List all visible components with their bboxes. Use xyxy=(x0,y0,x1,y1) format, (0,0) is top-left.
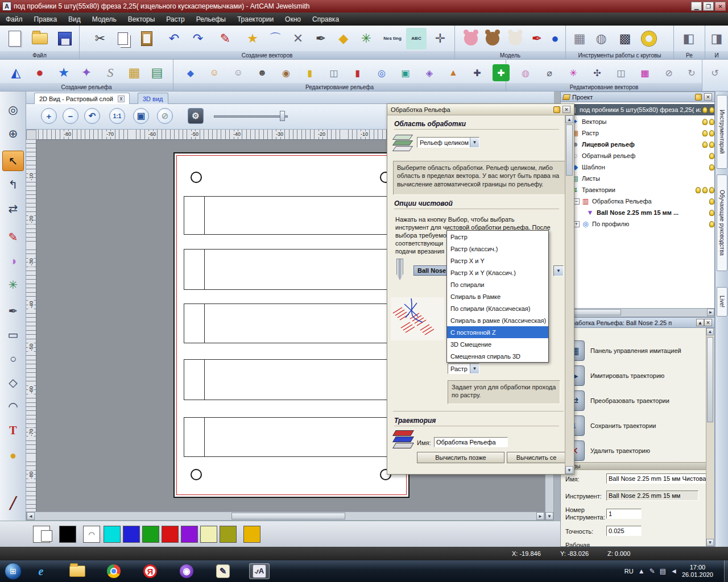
op-delete-toolpath[interactable]: ✕ Удалить траекторию xyxy=(564,438,706,463)
h-scroll-thumb[interactable] xyxy=(231,513,345,519)
color-swatch-black[interactable] xyxy=(59,526,76,543)
strategy-option[interactable]: Спираль в рамке (Классическая) xyxy=(447,314,548,326)
dialog-title-bar[interactable]: Обработка Рельефа ✕ xyxy=(387,104,574,115)
color-swatch-yellow[interactable] xyxy=(243,526,260,543)
relief-blob-icon[interactable]: ● xyxy=(30,62,50,84)
relief-edit-2-icon[interactable]: ☺ xyxy=(204,62,225,84)
scroll-right-icon[interactable]: ► xyxy=(707,309,714,316)
show-desktop-button[interactable] xyxy=(724,560,728,582)
strategy-option[interactable]: По спирали xyxy=(447,278,548,290)
ring-icon[interactable] xyxy=(639,28,659,49)
chevron-down-icon[interactable]: ▼ xyxy=(470,138,479,147)
tp-tolerance-input[interactable] xyxy=(606,526,642,536)
tree-item-template[interactable]: + ◆ Шаблон xyxy=(561,161,714,173)
minimize-button[interactable]: ▁ xyxy=(691,2,702,11)
magenta-grid-icon[interactable]: ✳ xyxy=(563,62,584,84)
color-swatch-cyan[interactable] xyxy=(104,526,121,543)
shapes-icon[interactable]: ◆ xyxy=(333,28,354,49)
bulb-icon[interactable] xyxy=(709,198,714,205)
scroll-down-icon[interactable]: ▼ xyxy=(706,539,714,546)
dialog-pin-icon[interactable] xyxy=(553,106,560,113)
undo-icon[interactable]: ↶ xyxy=(164,28,184,49)
panel-close-icon[interactable]: ✕ xyxy=(704,319,712,326)
tree-item-vectors[interactable]: ✦ Векторы xyxy=(561,116,714,127)
taskbar-artcam-icon[interactable]: ⍻A xyxy=(249,563,270,579)
toolpath-scroll-thumb[interactable] xyxy=(707,337,713,422)
rotate-vector-icon[interactable]: ↻ xyxy=(681,62,702,84)
paste-icon[interactable] xyxy=(136,28,157,49)
toolpath-vertical-scrollbar[interactable]: ▲ ▼ xyxy=(706,328,714,546)
tree-item-sheets[interactable]: ▤ Листы xyxy=(561,173,714,184)
clock[interactable]: 17:00 26.01.2020 xyxy=(682,564,713,579)
scroll-down-icon[interactable]: ▼ xyxy=(545,512,553,520)
tray-volume-icon[interactable]: ◄ xyxy=(671,567,677,575)
maximize-button[interactable]: ❐ xyxy=(703,2,714,11)
create-arc-icon[interactable]: ⌒ xyxy=(265,28,286,49)
strategy-option[interactable]: 3D Смещение xyxy=(447,338,548,350)
tray-network-icon[interactable]: ▤ xyxy=(660,567,666,575)
palette-tool-icon[interactable]: ◑ xyxy=(2,251,24,271)
layer-stack-icon[interactable]: ▤ xyxy=(147,62,167,84)
tab-3d-view[interactable]: 3D вид xyxy=(138,93,168,104)
menu-reliefs[interactable]: Рельефы xyxy=(191,14,231,25)
sample-plate-vector[interactable] xyxy=(184,417,399,457)
secondary-color-swatch[interactable] xyxy=(41,530,52,542)
taskbar-purple-app-icon[interactable]: ◉ xyxy=(176,563,197,579)
cut-icon[interactable]: ✂ xyxy=(90,28,110,49)
contrast-slider-track[interactable] xyxy=(214,115,288,118)
panel-up-icon[interactable]: ▲ xyxy=(696,319,704,326)
nesting-icon[interactable]: Nes ting xyxy=(382,28,403,49)
color-swatch-olive[interactable] xyxy=(220,526,237,543)
canvas-horizontal-scrollbar[interactable]: ◄ ► xyxy=(26,512,545,521)
sample-plate-vector[interactable] xyxy=(184,196,399,235)
arc-tool-icon[interactable]: ◠ xyxy=(2,396,24,417)
tp-name-input[interactable] xyxy=(606,473,709,484)
measure-icon[interactable]: ⌀ xyxy=(539,62,560,84)
toolpath-name-input[interactable] xyxy=(434,437,508,447)
zoom-out-icon[interactable]: − xyxy=(63,108,78,124)
menu-file[interactable]: Файл xyxy=(0,14,28,25)
tp-number-input[interactable] xyxy=(606,509,642,519)
zoom-tool-icon[interactable]: ◎ xyxy=(2,99,24,120)
rotary-tool-2-icon[interactable]: ◍ xyxy=(591,28,611,49)
relief-mountain-icon[interactable]: ◭ xyxy=(6,62,26,84)
tab-close-icon[interactable]: x xyxy=(118,95,125,102)
color-swatch-red[interactable] xyxy=(162,526,179,543)
angle-combo[interactable]: Растр ▼ xyxy=(448,363,479,374)
taskbar-ie-icon[interactable]: e xyxy=(31,563,51,579)
area-combo[interactable]: Рельеф целиком ▼ xyxy=(417,137,479,148)
select-tool-icon[interactable]: ↖ xyxy=(2,151,24,171)
relief-lock-icon[interactable]: ◫ xyxy=(324,62,344,84)
relief-edit-6-icon[interactable]: ▮ xyxy=(300,62,320,84)
weave-icon[interactable]: ▦ xyxy=(124,62,144,84)
carve-tool-icon[interactable]: ✒ xyxy=(527,28,547,49)
dialog-close-icon[interactable]: ✕ xyxy=(562,106,570,113)
tree-item-raster[interactable]: ▦ Растр xyxy=(561,127,714,139)
menu-toolpaths[interactable]: Траектории xyxy=(231,14,279,25)
bulb-icon[interactable] xyxy=(709,153,714,159)
strategy-option[interactable]: По спирали (Классическая) xyxy=(447,302,548,314)
close-button[interactable]: ✕ xyxy=(715,2,726,11)
tree-item-toolpaths[interactable]: − ↯ Траектории xyxy=(561,184,714,196)
calculate-now-button[interactable]: Вычислить се xyxy=(507,452,566,463)
project-scroll-thumb[interactable] xyxy=(570,309,621,315)
op-save-toolpath[interactable]: ↓ Сохранить траектории xyxy=(564,413,706,438)
relief-edit-8-icon[interactable]: ◎ xyxy=(371,62,392,84)
sample-plate-vector[interactable] xyxy=(184,249,399,290)
project-horizontal-scrollbar[interactable]: ◄ ► xyxy=(561,308,714,317)
op-simulate-toolpath[interactable]: ▶ Имитировать траекторию xyxy=(564,363,706,388)
zoom-previous-icon[interactable]: ↶ xyxy=(84,108,100,124)
polygon-tool-icon[interactable]: ◇ xyxy=(2,372,24,393)
rectangle-tool-icon[interactable]: ▭ xyxy=(2,325,24,345)
menu-view[interactable]: Вид xyxy=(63,14,86,25)
bulb-icon[interactable] xyxy=(709,164,714,171)
menu-edit[interactable]: Правка xyxy=(28,14,63,25)
delete-vector-icon[interactable]: ✕ xyxy=(288,28,308,49)
paint-tool-icon[interactable]: ✎ xyxy=(2,227,24,247)
relief-edit-12-icon[interactable]: ✚ xyxy=(467,62,487,84)
model-pink-icon[interactable] xyxy=(461,28,481,49)
scroll-right-icon[interactable]: ► xyxy=(536,512,544,520)
calculate-later-button[interactable]: Вычислить позже xyxy=(417,452,504,463)
node-edit-tool-icon[interactable]: ↰ xyxy=(2,174,24,195)
tab-toolbox[interactable]: Инструментарий xyxy=(717,95,727,169)
